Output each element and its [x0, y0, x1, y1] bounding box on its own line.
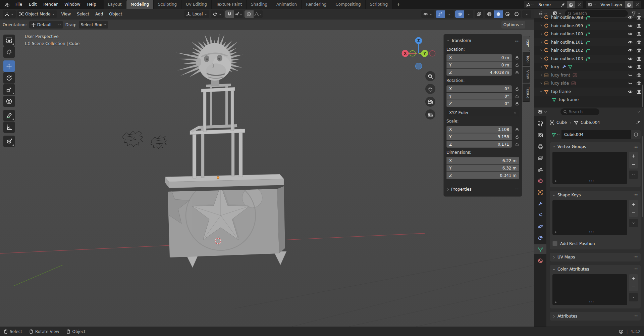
viewport-menu-item[interactable]: Add	[92, 12, 106, 16]
attributes-header[interactable]: Attributes∷∷	[550, 312, 641, 321]
uv-maps-header[interactable]: UV Maps∷∷	[550, 253, 641, 261]
scene-name[interactable]: Scene	[536, 2, 559, 7]
workspace-tab[interactable]: Modeling	[126, 0, 154, 9]
rendered-shading-button[interactable]	[512, 10, 521, 18]
transform-orientation-dropdown[interactable]: Local	[184, 10, 209, 18]
menu-item[interactable]: Render	[40, 2, 61, 7]
fake-user-button[interactable]	[631, 130, 641, 139]
outliner-row[interactable]: lucy side	[534, 79, 644, 88]
object-visibility-dropdown[interactable]	[421, 10, 434, 18]
location-field[interactable]: Z4.4018 m	[446, 69, 512, 76]
view-layer-name[interactable]: View Layer	[598, 2, 625, 7]
scene-browse-button[interactable]	[524, 1, 536, 8]
drag-grip[interactable]: ∷∷	[515, 39, 519, 43]
tool-tab[interactable]	[534, 119, 546, 129]
outliner-row[interactable]: hair outline.103	[534, 55, 644, 63]
view-layer-browse-button[interactable]	[586, 1, 598, 8]
add-shape-key-button[interactable]	[629, 200, 638, 208]
scale-tool[interactable]	[3, 84, 15, 95]
breadcrumb-data[interactable]: Cube.004	[581, 120, 600, 125]
scene-tab[interactable]	[534, 164, 546, 174]
rotation-field[interactable]: Z0°	[446, 100, 512, 107]
viewport-menu-item[interactable]: Select	[74, 12, 92, 16]
outliner-row[interactable]: top frame	[534, 96, 644, 104]
ortho-toggle-button[interactable]	[425, 109, 435, 119]
overlays-dropdown[interactable]	[464, 10, 473, 18]
remove-shape-key-button[interactable]	[629, 208, 638, 217]
location-field[interactable]: X0 m	[446, 54, 512, 61]
visibility-toggle[interactable]	[628, 89, 633, 94]
pin-scene-button[interactable]	[559, 1, 567, 8]
render-visibility-toggle[interactable]	[637, 23, 641, 28]
visibility-toggle[interactable]	[628, 64, 633, 69]
camera-view-button[interactable]	[425, 97, 435, 107]
shape-keys-header[interactable]: Shape Keys∷∷	[550, 191, 641, 199]
render-visibility-toggle[interactable]	[637, 48, 641, 53]
viewport-menu-item[interactable]: Object	[106, 12, 125, 16]
outliner-row[interactable]: lucy	[534, 63, 644, 71]
viewport-menu-item[interactable]: View	[58, 12, 74, 16]
navigation-gizmo[interactable]: Z X Y	[400, 33, 437, 71]
properties-options-button[interactable]	[635, 108, 642, 115]
new-scene-button[interactable]	[567, 1, 575, 8]
workspace-tab[interactable]: UV Editing	[181, 0, 212, 9]
render-visibility-toggle[interactable]	[637, 15, 641, 20]
drag-dropdown[interactable]: Select Box	[79, 21, 108, 29]
measure-tool[interactable]	[3, 122, 15, 133]
outliner-row[interactable]: hair outline.101	[534, 38, 644, 47]
drag-grip[interactable]: ∷∷	[634, 193, 638, 197]
color-attribute-specials-button[interactable]	[629, 293, 638, 301]
add-rest-position-checkbox[interactable]	[552, 241, 557, 246]
breadcrumb-object[interactable]: Cube	[556, 120, 567, 125]
drag-grip[interactable]: ∷∷	[634, 315, 638, 318]
proportional-falloff-dropdown[interactable]	[254, 10, 263, 18]
particles-tab[interactable]	[534, 210, 546, 220]
expand-chevron[interactable]	[540, 74, 543, 77]
annotate-tool[interactable]	[3, 110, 15, 121]
solid-shading-button[interactable]	[494, 10, 503, 18]
expand-chevron[interactable]	[540, 82, 543, 85]
expand-chevron[interactable]	[540, 41, 543, 44]
color-attributes-list[interactable]: ∷∷	[552, 274, 627, 305]
move-tool[interactable]	[3, 60, 15, 72]
lock-button[interactable]	[512, 128, 519, 132]
3d-viewport[interactable]: User Perspective (3) Scene Collection | …	[0, 30, 534, 327]
properties-panel-header[interactable]: Properties∷∷	[446, 185, 519, 193]
transform-tool[interactable]	[3, 96, 15, 107]
mesh-name-field[interactable]	[561, 130, 631, 139]
menu-item[interactable]: File	[12, 2, 25, 7]
properties-scrollbar[interactable]	[642, 136, 643, 217]
outliner-row[interactable]: top frame	[534, 88, 644, 96]
render-visibility-toggle[interactable]	[637, 56, 641, 61]
zoom-button[interactable]	[425, 71, 435, 81]
drag-grip[interactable]: ∷∷	[515, 188, 519, 191]
wireframe-shading-button[interactable]	[485, 10, 494, 18]
visibility-toggle[interactable]	[628, 81, 633, 86]
scale-field[interactable]: Y3.158	[446, 133, 512, 140]
menu-item[interactable]: Edit	[25, 2, 40, 7]
rotation-field[interactable]: X0°	[446, 85, 512, 92]
material-preview-shading-button[interactable]	[503, 10, 512, 18]
dimension-field[interactable]: Z0.341 m	[446, 172, 519, 179]
visibility-toggle[interactable]	[628, 73, 633, 78]
xray-toggle[interactable]	[475, 10, 483, 18]
render-visibility-toggle[interactable]	[637, 64, 641, 69]
cursor-tool[interactable]	[3, 46, 15, 58]
render-visibility-toggle[interactable]	[637, 81, 641, 86]
select-box-tool[interactable]	[3, 35, 15, 46]
expand-chevron[interactable]	[540, 49, 543, 52]
sidebar-tab[interactable]: View	[523, 67, 530, 82]
shape-key-specials-button[interactable]	[629, 219, 638, 227]
location-field[interactable]: Y0 m	[446, 61, 512, 68]
material-tab[interactable]	[534, 256, 546, 266]
vertex-group-specials-button[interactable]	[629, 171, 638, 179]
expand-chevron[interactable]	[540, 33, 543, 36]
rotate-tool[interactable]	[3, 72, 15, 84]
workspace-tab[interactable]: Rendering	[302, 0, 331, 9]
new-view-layer-button[interactable]	[625, 1, 633, 8]
vertex-groups-header[interactable]: Vertex Groups∷∷	[550, 142, 641, 151]
triangle-right-icon[interactable]	[554, 180, 557, 183]
workspace-tab[interactable]: Scripting	[366, 0, 392, 9]
render-visibility-toggle[interactable]	[637, 40, 641, 45]
options-dropdown[interactable]: Options	[501, 21, 525, 29]
